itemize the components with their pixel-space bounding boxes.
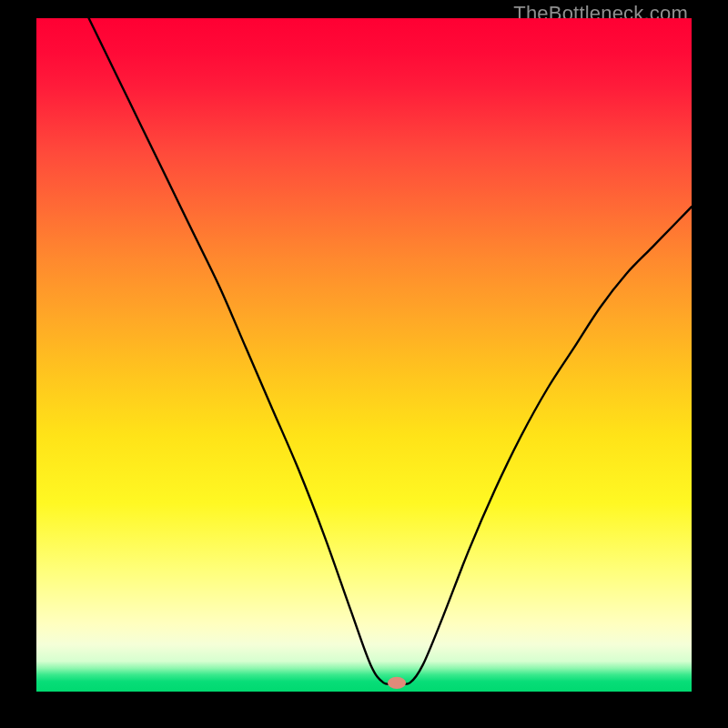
- chart-frame: TheBottleneck.com: [0, 0, 728, 728]
- minimum-marker: [388, 677, 406, 689]
- bottleneck-curve-chart: [36, 18, 692, 692]
- plot-area: [36, 18, 692, 692]
- gradient-background: [36, 18, 692, 692]
